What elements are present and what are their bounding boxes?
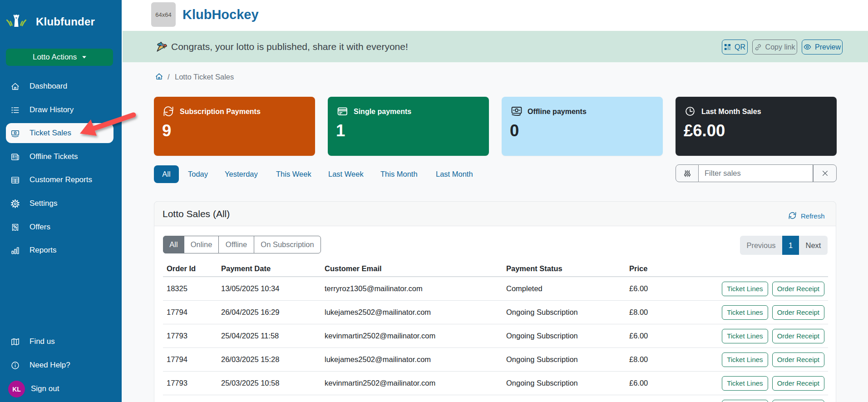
svg-text:KL: KL xyxy=(12,385,21,392)
